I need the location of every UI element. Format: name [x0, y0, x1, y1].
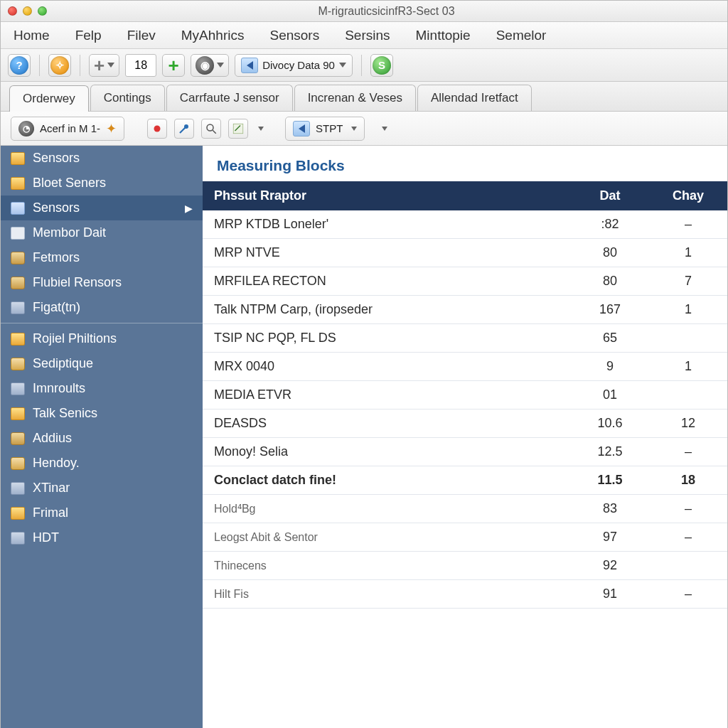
row-dat: 11.5 — [571, 466, 649, 495]
menu-filev[interactable]: Filev — [114, 22, 168, 48]
row-dat: 80 — [571, 267, 649, 296]
data-source-dropdown[interactable]: Divocy Data 90 — [235, 54, 353, 77]
tab-allendad-iretfact[interactable]: Allendad Iretfact — [417, 85, 532, 111]
sidebar-item-talk-senics[interactable]: Talk Senics — [1, 401, 203, 426]
sidebar-item-frimal[interactable]: Frimal — [1, 500, 203, 525]
tab-increnan-veses[interactable]: Increnan & Veses — [294, 85, 416, 111]
window-title: M-rigrauticsicinfR3-Sect 03 — [53, 5, 720, 18]
sidebar-item-label: Talk Senics — [33, 406, 97, 421]
sidebar-item-imnroults[interactable]: Imnroults — [1, 376, 203, 401]
table-row[interactable]: Monoy! Selia12.5– — [203, 438, 727, 466]
sidebar-item-label: Rojiel Philtions — [33, 331, 117, 346]
row-chay: 1 — [649, 239, 727, 267]
sidebar-item-label: Bloet Seners — [33, 176, 106, 191]
probe-button[interactable] — [174, 119, 194, 139]
sidebar-item-fetmors[interactable]: Fetmors — [1, 245, 203, 270]
menu-semelor[interactable]: Semelor — [483, 22, 560, 48]
sidebar-item-hendoy-[interactable]: Hendoy. — [1, 451, 203, 476]
sidebar-item-rojiel-philtions[interactable]: Rojiel Philtions — [1, 326, 203, 351]
svg-rect-3 — [233, 124, 243, 134]
row-dat: 167 — [571, 296, 649, 324]
table-row[interactable]: DEASDS10.612 — [203, 410, 727, 438]
table-row[interactable]: Hilt Fis91– — [203, 580, 727, 609]
table-row[interactable]: Thinecens92 — [203, 552, 727, 580]
sidebar-item-flubiel-rensors[interactable]: Flubiel Rensors — [1, 270, 203, 295]
stack-icon — [11, 482, 25, 495]
settings-button[interactable]: ✧ — [48, 54, 71, 77]
step-input[interactable] — [125, 54, 156, 77]
stpt-dropdown[interactable]: STPT — [285, 117, 365, 141]
sidebar-item-sediptique[interactable]: Sediptique — [1, 351, 203, 376]
row-name: Conclact datch fine! — [203, 466, 571, 495]
sidebar-item-label: Sensors — [33, 200, 80, 215]
sync-button[interactable]: S — [370, 54, 393, 77]
table-row[interactable]: MEDIA ETVR01 — [203, 381, 727, 410]
row-chay: 12 — [649, 410, 727, 438]
folder-y-icon — [11, 333, 25, 346]
sidebar-item-bloet-seners[interactable]: Bloet Seners — [1, 171, 203, 196]
row-name: Leogst Abit & Sentor — [203, 523, 571, 552]
sidebar-item-figat-tn-[interactable]: Figat(tn) — [1, 295, 203, 320]
row-name: DEASDS — [203, 410, 571, 438]
stack-icon — [11, 382, 25, 395]
sidebar-item-membor-dait[interactable]: Membor Dait — [1, 220, 203, 245]
table-row[interactable]: Hold⁴Bg83– — [203, 495, 727, 523]
lock-icon — [11, 358, 25, 370]
context-dropdown[interactable]: ◔ Acerf in M 1- ✦ — [11, 117, 124, 141]
row-dat: 9 — [571, 353, 649, 381]
edit-button[interactable] — [228, 119, 248, 139]
add-button[interactable]: + — [89, 54, 119, 77]
search-button[interactable] — [201, 119, 221, 139]
tab-carrfaute-j-sensor[interactable]: Carrfaute J sensor — [166, 85, 293, 111]
record-button[interactable] — [147, 119, 167, 139]
sidebar-item-label: Figat(tn) — [33, 300, 80, 315]
help-button[interactable]: ? — [8, 54, 31, 77]
sidebar-item-sensors[interactable]: Sensors▶ — [1, 196, 203, 220]
lock-icon — [11, 457, 25, 470]
minimize-icon[interactable] — [23, 6, 32, 16]
row-dat: 65 — [571, 324, 649, 353]
folder-y-icon — [11, 177, 25, 190]
sidebar-item-label: Sediptique — [33, 356, 93, 371]
row-chay: 18 — [649, 466, 727, 495]
menu-minttopie[interactable]: Minttopie — [403, 22, 483, 48]
table-row[interactable]: Talk NTPM Carp, (iropseder1671 — [203, 296, 727, 324]
column-header[interactable]: Phssut Rraptor — [203, 181, 571, 210]
zoom-icon[interactable] — [38, 6, 47, 16]
menu-sersins[interactable]: Sersins — [332, 22, 402, 48]
menu-home[interactable]: Home — [1, 22, 63, 48]
table-row[interactable]: MRP KTDB Loneler':82– — [203, 210, 727, 239]
menu-sensors[interactable]: Sensors — [257, 22, 332, 48]
table-row[interactable]: MRX 004091 — [203, 353, 727, 381]
row-chay: – — [649, 495, 727, 523]
chevron-down-icon — [382, 127, 387, 131]
stack-icon — [11, 301, 25, 314]
row-name: Hilt Fis — [203, 580, 571, 609]
tab-orderwey[interactable]: Orderwey — [9, 85, 89, 112]
sidebar-item-hdt[interactable]: HDT — [1, 525, 203, 550]
sidebar-item-xtinar[interactable]: XTinar — [1, 476, 203, 500]
primary-toolbar: ? ✧ + + ◉ Divocy Data 90 S — [1, 49, 727, 82]
tab-contings[interactable]: Contings — [90, 85, 165, 111]
row-name: MRFILEA RECTON — [203, 267, 571, 296]
column-header[interactable]: Chay — [649, 181, 727, 210]
sidebar-item-label: Hendoy. — [33, 456, 80, 471]
menu-felp[interactable]: Felp — [63, 22, 114, 48]
table-row[interactable]: Conclact datch fine!11.518 — [203, 466, 727, 495]
sync-icon: S — [373, 56, 391, 75]
sidebar-item-addius[interactable]: Addius — [1, 426, 203, 451]
sidebar-item-sensors[interactable]: Sensors — [1, 146, 203, 171]
table-row[interactable]: MRP NTVE801 — [203, 239, 727, 267]
menu-myahhrics[interactable]: MyAhhrics — [168, 22, 257, 48]
row-dat: 10.6 — [571, 410, 649, 438]
target-button[interactable]: ◉ — [191, 54, 229, 77]
row-name: Talk NTPM Carp, (iropseder — [203, 296, 571, 324]
column-header[interactable]: Dat — [571, 181, 649, 210]
row-name: MRP KTDB Loneler' — [203, 210, 571, 239]
table-row[interactable]: TSIP NC PQP, FL DS65 — [203, 324, 727, 353]
row-name: Monoy! Selia — [203, 438, 571, 466]
add-green-button[interactable]: + — [162, 54, 185, 77]
table-row[interactable]: Leogst Abit & Sentor97– — [203, 523, 727, 552]
close-icon[interactable] — [8, 6, 17, 16]
table-row[interactable]: MRFILEA RECTON807 — [203, 267, 727, 296]
